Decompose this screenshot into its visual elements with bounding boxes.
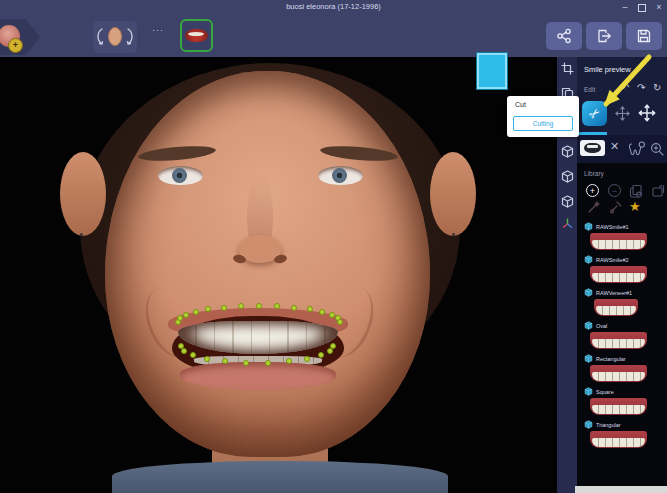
eye-right <box>318 166 363 185</box>
cut-tooltip: Cut Cutting <box>507 96 579 137</box>
scissors-icon: ✂ <box>582 100 606 126</box>
move-tool-button[interactable] <box>637 103 657 123</box>
panel-bottom-edge <box>575 486 667 493</box>
library-dropper-button[interactable] <box>609 200 623 214</box>
share-icon <box>556 28 572 44</box>
landmark-point[interactable] <box>337 319 343 325</box>
library-wand-button[interactable] <box>587 200 601 214</box>
library-item-label: Rectangular <box>596 356 626 362</box>
export-button[interactable] <box>586 22 622 50</box>
redo-button[interactable]: ↷ <box>637 82 645 93</box>
library-label: Library <box>584 170 604 177</box>
smile-preview-panel: Smile preview Edit ↶ ↷ ↻ ✂ ✕ <box>577 57 667 493</box>
teeth-thumbnail <box>590 398 647 415</box>
library-remove-button[interactable]: − <box>608 184 621 197</box>
head-rotate-button[interactable] <box>93 21 137 53</box>
library-item[interactable]: Oval <box>577 320 667 353</box>
model-cube-icon[interactable] <box>561 195 574 208</box>
library-item-label: RAWSmile#2 <box>596 257 629 263</box>
minimize-button[interactable]: – <box>618 0 632 15</box>
library-item[interactable]: Triangular <box>577 419 667 452</box>
add-patient-badge[interactable]: + <box>8 38 23 53</box>
edit-section: Smile preview Edit ↶ ↷ ↻ ✂ ✕ <box>577 57 667 163</box>
cube-item-icon <box>584 354 593 363</box>
ear-left <box>60 152 106 236</box>
teeth-thumbnail <box>590 233 647 250</box>
landmark-point[interactable] <box>330 343 336 349</box>
share-button[interactable] <box>546 22 582 50</box>
export-icon <box>596 28 612 44</box>
lower-lip <box>180 362 336 390</box>
teeth-thumbnail <box>590 365 647 382</box>
more-steps-ellipsis[interactable]: ··· <box>152 25 164 35</box>
cutting-button[interactable]: Cutting <box>513 116 573 131</box>
main-toolbar: + ··· <box>0 16 667 57</box>
library-list: RAWSmile#1 RAWSmile#2 RAWVeneer#1 <box>577 221 667 452</box>
tab-cross-tool[interactable]: ✕ <box>610 140 619 153</box>
cube-item-icon <box>584 222 593 231</box>
edit-label: Edit <box>584 86 595 93</box>
earring-left <box>80 233 83 236</box>
library-item[interactable]: RAWVeneer#1 <box>577 287 667 320</box>
cube-item-icon <box>584 321 593 330</box>
undo-button[interactable]: ↶ <box>621 82 629 93</box>
landmark-point[interactable] <box>265 360 271 366</box>
save-icon <box>636 28 652 44</box>
titlebar: buosi eleonora (17-12-1996) – × <box>0 0 667 16</box>
library-item[interactable]: Square <box>577 386 667 419</box>
landmark-point[interactable] <box>291 305 297 311</box>
library-item[interactable]: RAWSmile#2 <box>577 254 667 287</box>
patient-face <box>105 71 430 457</box>
close-button[interactable]: × <box>652 0 666 15</box>
face-viewport[interactable] <box>0 57 557 493</box>
adjust-tool-button[interactable] <box>614 105 631 122</box>
library-item[interactable]: Rectangular <box>577 353 667 386</box>
axes-gizmo-icon[interactable] <box>561 217 574 230</box>
cut-tool-button-active[interactable]: ✂ <box>582 101 607 126</box>
save-button[interactable] <box>626 22 662 50</box>
library-export-item-button[interactable] <box>651 184 665 198</box>
library-item-label: Oval <box>596 323 607 329</box>
landmark-point[interactable] <box>181 348 187 354</box>
reset-button[interactable]: ↻ <box>653 82 661 93</box>
library-item[interactable]: RAWSmile#1 <box>577 221 667 254</box>
tab-tooth-adjust[interactable] <box>627 141 646 157</box>
head-rotate-icon <box>96 24 134 50</box>
cube-item-icon <box>584 420 593 429</box>
library-item-label: RAWVeneer#1 <box>596 290 632 296</box>
landmark-point[interactable] <box>304 356 310 362</box>
shirt <box>112 461 448 493</box>
restore-button[interactable] <box>635 0 649 15</box>
smile-step-button-selected[interactable] <box>180 19 213 52</box>
window-title: buosi eleonora (17-12-1996) <box>0 2 667 11</box>
smile-icon <box>185 29 208 42</box>
ear-right <box>430 152 476 236</box>
cube-item-icon <box>584 255 593 264</box>
library-favorites-star[interactable]: ★ <box>629 199 641 214</box>
tool-tabs: ✕ <box>577 135 667 163</box>
color-swatch[interactable] <box>477 53 507 89</box>
restore-icon <box>638 4 646 12</box>
eye-left <box>158 166 203 185</box>
teeth-thumbnail <box>594 299 638 316</box>
tab-smile-active[interactable] <box>580 140 605 156</box>
library-item-label: Triangular <box>596 422 621 428</box>
landmark-point[interactable] <box>243 360 249 366</box>
library-section: Library + − ★ RAWSmile#1 <box>577 163 667 493</box>
model-cube-icon[interactable] <box>561 170 574 183</box>
library-item-label: Square <box>596 389 614 395</box>
landmark-point[interactable] <box>256 303 262 309</box>
library-item-label: RAWSmile#1 <box>596 224 629 230</box>
library-add-button[interactable]: + <box>586 184 599 197</box>
landmark-point[interactable] <box>221 305 227 311</box>
smiling-mouth <box>168 302 348 398</box>
cube-item-icon <box>584 288 593 297</box>
tab-zoom-search[interactable] <box>649 141 665 157</box>
crop-icon[interactable] <box>561 62 574 75</box>
model-cube-icon[interactable] <box>561 145 574 158</box>
library-duplicate-button[interactable] <box>629 184 643 198</box>
cube-item-icon <box>584 387 593 396</box>
panel-title: Smile preview <box>584 65 631 74</box>
landmark-point[interactable] <box>193 309 199 315</box>
teeth-thumbnail <box>590 431 647 448</box>
